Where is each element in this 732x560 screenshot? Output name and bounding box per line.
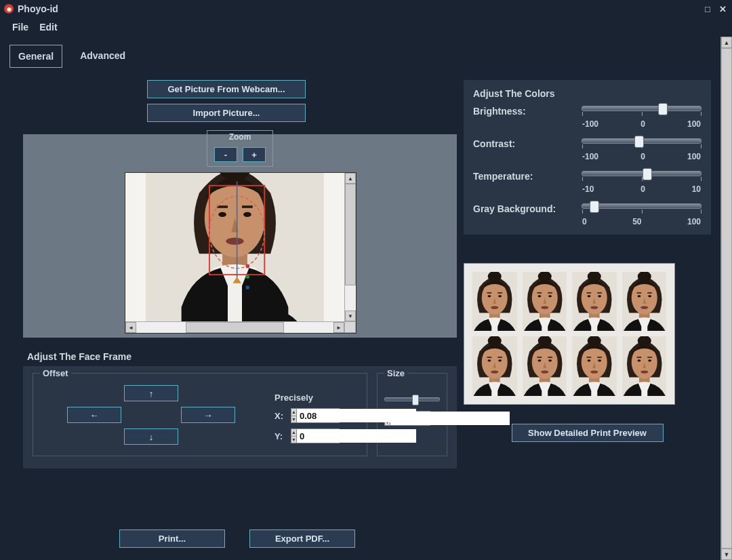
size-slider[interactable] bbox=[384, 397, 440, 401]
color-row: Brightness:-1000100 bbox=[473, 106, 702, 129]
color-row: Contrast:-1000100 bbox=[473, 138, 702, 161]
preview-thumbnail bbox=[622, 272, 667, 331]
x-input[interactable] bbox=[297, 409, 416, 422]
titlebar: ◉ Phoyo-id □ ✕ bbox=[0, 0, 732, 18]
color-scale: -10010 bbox=[582, 179, 702, 194]
color-slider[interactable] bbox=[582, 138, 702, 144]
window-close-icon[interactable]: ✕ bbox=[717, 3, 728, 14]
offset-left-button[interactable]: ← bbox=[67, 407, 121, 423]
precise-group: Precisely X: ▲▼ Y: bbox=[274, 393, 356, 449]
size-label: Size bbox=[384, 368, 407, 378]
window-maximize-icon[interactable]: □ bbox=[702, 3, 713, 14]
print-preview-sheet bbox=[464, 263, 675, 405]
color-slider-thumb[interactable] bbox=[658, 103, 668, 115]
color-label: Temperature: bbox=[473, 171, 582, 182]
spin-up-icon[interactable]: ▲ bbox=[291, 409, 296, 416]
tab-general[interactable]: General bbox=[9, 45, 62, 68]
zoom-group: Zoom - + bbox=[207, 130, 273, 167]
preview-thumbnail bbox=[523, 336, 567, 395]
scroll-down-icon[interactable]: ▼ bbox=[721, 548, 732, 560]
export-pdf-button[interactable]: Export PDF... bbox=[249, 529, 355, 548]
menu-file[interactable]: File bbox=[8, 19, 33, 35]
show-detailed-preview-button[interactable]: Show Detailed Print Preview bbox=[512, 424, 664, 442]
scroll-left-icon[interactable]: ◄ bbox=[125, 322, 136, 333]
color-label: Gray Background: bbox=[473, 203, 582, 214]
y-input[interactable] bbox=[297, 429, 416, 443]
preview-thumbnail bbox=[572, 272, 617, 331]
svg-point-15 bbox=[245, 285, 249, 289]
face-frame-panel: Offset ↑ ← → ↓ Precisely X: bbox=[23, 366, 457, 468]
photo-scrollbar-horizontal[interactable]: ◄ ► bbox=[125, 321, 344, 333]
bottom-action-bar: Print... Export PDF... bbox=[0, 529, 474, 548]
y-label: Y: bbox=[274, 431, 285, 441]
zoom-out-button[interactable]: - bbox=[214, 147, 237, 162]
svg-point-14 bbox=[245, 275, 249, 279]
image-panel: Zoom - + bbox=[23, 134, 457, 338]
preview-thumbnail bbox=[472, 272, 517, 331]
scroll-up-icon[interactable]: ▲ bbox=[345, 173, 356, 184]
size-slider-thumb[interactable] bbox=[412, 395, 419, 405]
menu-edit[interactable]: Edit bbox=[35, 19, 61, 35]
tab-bar: General Advanced bbox=[9, 45, 711, 68]
color-scale: -1000100 bbox=[582, 146, 702, 161]
window-title: Phoyo-id bbox=[18, 3, 58, 14]
preview-thumbnail bbox=[572, 336, 617, 395]
color-slider[interactable] bbox=[582, 203, 702, 209]
scroll-right-icon[interactable]: ► bbox=[333, 322, 344, 333]
offset-up-button[interactable]: ↑ bbox=[124, 385, 178, 401]
zoom-label: Zoom bbox=[207, 130, 273, 143]
offset-right-button[interactable]: → bbox=[181, 407, 235, 423]
precisely-label: Precisely bbox=[274, 393, 356, 403]
photo-viewport[interactable]: ▲ ▼ ◄ ► bbox=[125, 172, 357, 334]
color-scale: -1000100 bbox=[582, 114, 702, 129]
offset-group: Offset ↑ ← → ↓ Precisely X: bbox=[33, 373, 367, 456]
color-slider-thumb[interactable] bbox=[643, 168, 652, 180]
spin-down-icon[interactable]: ▼ bbox=[291, 416, 296, 423]
color-slider[interactable] bbox=[582, 106, 702, 111]
color-slider[interactable] bbox=[582, 171, 702, 176]
preview-thumbnail bbox=[472, 336, 517, 395]
get-webcam-button[interactable]: Get Picture From Webcam... bbox=[147, 80, 306, 98]
preview-thumbnail bbox=[622, 336, 667, 395]
window-scrollbar-vertical[interactable]: ▲ ▼ bbox=[720, 37, 732, 560]
spin-up-icon[interactable]: ▲ bbox=[291, 429, 296, 437]
x-label: X: bbox=[274, 411, 285, 421]
photo-scrollbar-vertical[interactable]: ▲ ▼ bbox=[344, 173, 356, 321]
scroll-down-icon[interactable]: ▼ bbox=[345, 311, 356, 321]
zoom-in-button[interactable]: + bbox=[243, 147, 266, 162]
scroll-up-icon[interactable]: ▲ bbox=[721, 37, 732, 48]
x-spinner[interactable]: ▲▼ bbox=[291, 408, 340, 423]
offset-label: Offset bbox=[40, 368, 71, 378]
color-row: Gray Background:050100 bbox=[473, 203, 702, 226]
color-adjust-panel: Adjust The Colors Brightness:-1000100Con… bbox=[464, 80, 711, 235]
photo-canvas[interactable] bbox=[125, 173, 344, 321]
color-scale: 050100 bbox=[582, 212, 702, 226]
offset-down-button[interactable]: ↓ bbox=[124, 428, 178, 445]
y-spinner[interactable]: ▲▼ bbox=[291, 428, 340, 443]
scroll-corner bbox=[344, 321, 356, 333]
preview-thumbnail bbox=[523, 272, 567, 331]
color-adjust-title: Adjust The Colors bbox=[473, 88, 702, 99]
spin-down-icon[interactable]: ▼ bbox=[291, 437, 296, 443]
color-label: Contrast: bbox=[473, 138, 582, 149]
import-picture-button[interactable]: Import Picture... bbox=[147, 104, 306, 122]
color-slider-thumb[interactable] bbox=[590, 201, 599, 213]
tab-advanced[interactable]: Advanced bbox=[72, 45, 134, 68]
app-icon: ◉ bbox=[4, 4, 14, 14]
menubar: File Edit bbox=[0, 18, 732, 37]
color-row: Temperature:-10010 bbox=[473, 171, 702, 194]
color-slider-thumb[interactable] bbox=[634, 136, 644, 148]
face-frame-title: Adjust The Face Frame bbox=[27, 351, 443, 362]
color-label: Brightness: bbox=[473, 106, 582, 117]
svg-point-13 bbox=[245, 264, 249, 268]
print-button[interactable]: Print... bbox=[119, 529, 225, 548]
